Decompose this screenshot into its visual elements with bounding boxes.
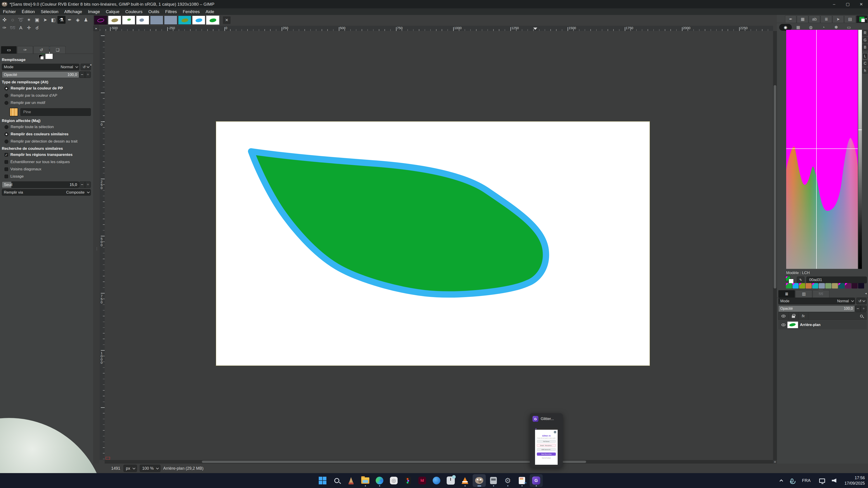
layer-mode-dropdown[interactable]: Mode Normal <box>778 298 855 304</box>
file-explorer-button[interactable] <box>359 474 372 487</box>
collapse-dock-icon[interactable]: ◂ <box>865 17 867 20</box>
palette-grid-tab[interactable]: ▤ <box>844 15 856 23</box>
horizontal-scrollbar[interactable] <box>105 460 773 464</box>
glitter-preview-popup[interactable]: G Glitter... L Glitter AI Simply click a… <box>530 413 563 467</box>
tray-expand-icon[interactable] <box>780 479 783 483</box>
lch-color-picker[interactable] <box>786 30 858 269</box>
menu-filtres[interactable]: Filtres <box>162 8 180 15</box>
search-button[interactable] <box>330 474 343 487</box>
color-history-swatch[interactable] <box>851 283 858 289</box>
dock-divider[interactable]: ⋮⋮ <box>93 15 99 464</box>
opacity-decrement-button[interactable]: − <box>79 71 85 78</box>
menu-outils[interactable]: Outils <box>145 8 162 15</box>
ellipse-select-tool[interactable]: ◌ <box>8 16 17 24</box>
default-colors-icon[interactable] <box>39 55 42 58</box>
collapse-dock-icon[interactable]: ◂ <box>865 291 867 295</box>
gimp-taskbar-button[interactable] <box>473 474 486 487</box>
layer-visibility-icon[interactable] <box>781 324 785 326</box>
color-history-swatch[interactable] <box>858 283 864 289</box>
threshold-slider[interactable]: Seuil 15,0 <box>2 182 79 188</box>
radio-option[interactable]: Remplir des couleurs similaires <box>4 132 91 136</box>
fill-by-dropdown[interactable]: Remplir via Composite <box>2 189 91 196</box>
radio-option[interactable]: Remplir toute la sélection <box>4 125 91 129</box>
move-tool[interactable]: ✜ <box>0 16 8 24</box>
fuzzy-select-tool[interactable]: ✴ <box>25 16 33 24</box>
undo-history-tab[interactable]: ↺ <box>33 46 49 54</box>
image-tab-3[interactable] <box>122 15 135 25</box>
mini-button[interactable]: Full Screen <box>537 440 556 443</box>
tool-options-tab[interactable]: ▭ <box>1 46 17 54</box>
measure-tool[interactable]: ✛ <box>25 24 33 32</box>
visibility-toggle[interactable] <box>778 313 788 320</box>
vertical-ruler[interactable]: 02505007501000 <box>99 31 105 460</box>
pattern-name-field[interactable]: Pine <box>20 108 91 116</box>
images-tab[interactable]: ❏ <box>50 46 66 54</box>
color-history-swatch[interactable] <box>793 283 799 289</box>
color-history-swatch[interactable] <box>832 283 838 289</box>
device-status-tab[interactable]: ✑ <box>17 46 33 54</box>
unit-dropdown[interactable]: px <box>123 465 137 472</box>
brushes-tab[interactable]: ✒ <box>785 15 796 23</box>
crop-tool[interactable]: ▣ <box>33 16 41 24</box>
channel-button[interactable]: L <box>862 53 868 59</box>
gradient-tool[interactable]: ◧ <box>49 16 57 24</box>
color-history-swatch[interactable] <box>845 283 851 289</box>
radio-option[interactable]: Remplir par un motif <box>4 101 91 105</box>
lock-toggle[interactable] <box>788 313 798 320</box>
image-tab-8[interactable] <box>192 15 206 25</box>
figma-button[interactable] <box>401 474 414 487</box>
patterns-tab[interactable]: ▦ <box>797 15 808 23</box>
bucket-fill-tool[interactable]: ⚗ <box>57 16 66 24</box>
color-history-swatch[interactable] <box>799 283 805 289</box>
robot-app-button[interactable] <box>487 474 500 487</box>
opacity-increment-button[interactable]: + <box>85 71 91 78</box>
channel-button[interactable]: R <box>862 30 868 36</box>
channel-button[interactable]: C <box>862 60 868 66</box>
image-tab-overflow-button[interactable]: ✕ <box>223 16 230 24</box>
maximize-button[interactable]: ▢ <box>841 0 855 8</box>
menu-edition[interactable]: Édition <box>19 8 38 15</box>
edge-button[interactable] <box>373 474 386 487</box>
value-slider[interactable] <box>858 30 862 269</box>
layer-name[interactable]: Arrière-plan <box>800 323 820 327</box>
horizontal-ruler[interactable]: -500-25002505007501000125015001750200022… <box>99 26 773 31</box>
menu-image[interactable]: Image <box>85 8 103 15</box>
layer-row[interactable]: Arrière-plan <box>778 320 867 329</box>
thunderbird-button[interactable] <box>430 474 443 487</box>
grip-icon[interactable]: ⋮⋮ <box>95 248 96 254</box>
paths-tab[interactable]: ➿ <box>813 290 829 297</box>
zoom-tool[interactable]: ☌ <box>33 24 41 32</box>
indesign-button[interactable]: Id <box>416 474 429 487</box>
groove-app-button[interactable]: ◎ <box>387 474 400 487</box>
clock[interactable]: 17:56 17/09/2025 <box>844 475 865 486</box>
start-button[interactable] <box>316 474 329 487</box>
language-indicator[interactable]: FRA <box>802 478 811 483</box>
canvas-menu-button[interactable]: ▸ <box>94 26 99 31</box>
threshold-decrement-button[interactable]: − <box>79 182 85 188</box>
color-history-swatch[interactable] <box>819 283 825 289</box>
settings-button[interactable]: ⚙ <box>501 474 514 487</box>
free-select-tool[interactable]: ➰ <box>17 16 25 24</box>
effects-toggle[interactable]: fx <box>798 313 808 320</box>
mode-reset-button[interactable]: ↺ <box>81 64 91 70</box>
fg-bg-mini-widget[interactable] <box>785 276 797 284</box>
vertical-scrollbar[interactable] <box>773 31 777 460</box>
layer-search-button[interactable] <box>857 313 866 320</box>
help-feedback-link[interactable]: Help And Feedback <box>535 457 558 459</box>
fonts-tab[interactable]: ab <box>809 15 820 23</box>
color-history-swatch[interactable] <box>838 283 844 289</box>
color-history-swatch[interactable] <box>812 283 818 289</box>
channel-button[interactable]: B <box>862 44 868 51</box>
channel-button[interactable]: h <box>862 68 868 74</box>
checkbox-option[interactable]: Lissage <box>4 174 91 179</box>
color-history-swatch[interactable] <box>806 283 812 289</box>
layers-tab[interactable]: ≣ <box>778 290 795 297</box>
collapse-dock-icon[interactable]: ◂ <box>90 63 91 66</box>
image-tab-2[interactable] <box>108 15 121 25</box>
layers-stack-tab[interactable]: ≣ <box>820 15 832 23</box>
pencil-app-button[interactable] <box>344 474 358 487</box>
menu-fenetres[interactable]: Fenêtres <box>180 8 203 15</box>
menu-couleurs[interactable]: Couleurs <box>122 8 145 15</box>
quick-mask-toggle[interactable] <box>105 457 110 459</box>
eraser-tool[interactable]: ◈ <box>74 16 82 24</box>
